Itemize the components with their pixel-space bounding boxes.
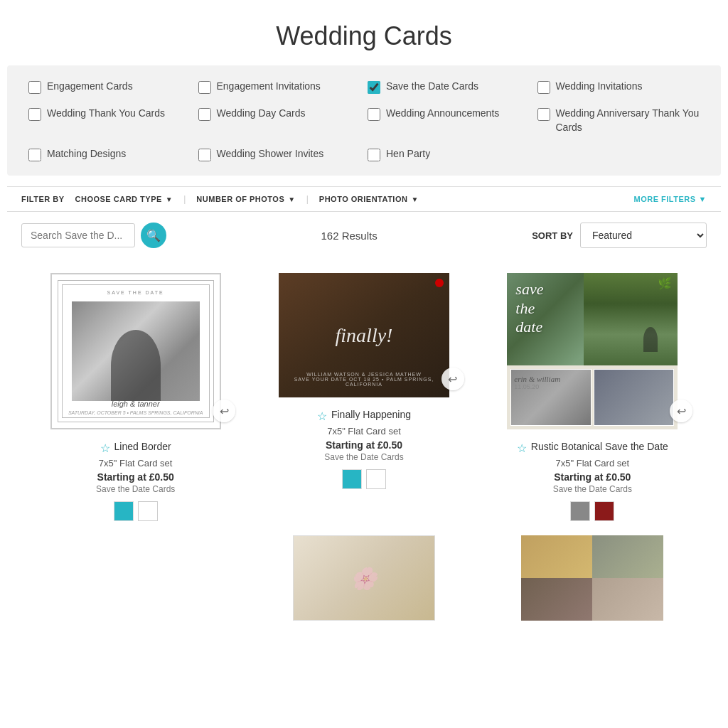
product-info-1: ☆ Lined Border 7x5" Flat Card set Starti… xyxy=(28,440,242,521)
checkbox-wedding-invitations[interactable] xyxy=(537,81,550,94)
checkbox-wedding-shower-invites[interactable] xyxy=(198,149,211,161)
search-results-bar: 🔍 162 Results SORT BY Featured Best Sell… xyxy=(7,212,721,259)
bottom-card-wrapper-1[interactable]: 🌸 xyxy=(257,535,471,621)
product-info-2: ☆ Finally Happening 7x5" Flat Card set S… xyxy=(257,408,471,489)
bottom-card-1[interactable]: 🌸 xyxy=(293,535,435,621)
label-wedding-day-cards: Wedding Day Cards xyxy=(217,107,306,121)
swatch-red-3[interactable] xyxy=(594,501,614,521)
photo-orientation-dropdown[interactable]: PHOTO ORIENTATION ▼ xyxy=(319,195,419,203)
checkbox-hen-party[interactable] xyxy=(368,149,380,161)
sort-select[interactable]: Featured Best Sellers Price: Low to High… xyxy=(580,223,707,248)
filter-item-wedding-thank-you-cards[interactable]: Wedding Thank You Cards xyxy=(28,107,191,121)
checkbox-engagement-invitations[interactable] xyxy=(198,81,211,94)
category-row-1: Engagement Cards Engagement Invitations … xyxy=(28,80,700,94)
chevron-down-icon-2: ▼ xyxy=(288,196,295,203)
bottom-card-wrapper-2[interactable] xyxy=(486,535,700,621)
number-of-photos-dropdown[interactable]: NUMBER OF PHOTOS ▼ xyxy=(196,195,295,203)
checkbox-matching-designs[interactable] xyxy=(28,149,41,161)
chevron-down-icon-3: ▼ xyxy=(411,196,418,203)
checkbox-wedding-thank-you-cards[interactable] xyxy=(28,108,41,121)
product-name-row-1: ☆ Lined Border xyxy=(28,440,242,455)
checkbox-wedding-announcements[interactable] xyxy=(368,108,380,121)
filter-item-wedding-invitations[interactable]: Wedding Invitations xyxy=(537,80,700,94)
choose-card-type-label: CHOOSE CARD TYPE xyxy=(75,195,162,203)
sort-wrapper: SORT BY Featured Best Sellers Price: Low… xyxy=(532,223,707,248)
filter-item-engagement-invitations[interactable]: Engagement Invitations xyxy=(198,80,361,94)
bottom-card-placeholder-1 xyxy=(28,535,242,621)
label-matching-designs: Matching Designs xyxy=(47,147,126,161)
checkbox-wedding-day-cards[interactable] xyxy=(198,108,211,121)
product-name-2: Finally Happening xyxy=(331,408,411,421)
bottom-photo-4 xyxy=(592,578,663,621)
color-swatches-3 xyxy=(486,501,700,521)
checkbox-save-the-date-cards[interactable] xyxy=(368,81,380,94)
bottom-card-2[interactable] xyxy=(521,535,663,621)
bottom-card-1-inner: 🌸 xyxy=(294,536,434,620)
card-preview-lined-border[interactable]: save the date leigh & tanner SATURDAY, O… xyxy=(50,273,221,429)
chevron-down-icon-4: ▼ xyxy=(699,195,707,203)
rotate-button-3[interactable]: ↩ xyxy=(670,400,692,422)
rotate-icon-1: ↩ xyxy=(220,405,229,418)
checkbox-engagement-cards[interactable] xyxy=(28,81,41,94)
product-image-wrapper-2[interactable]: finally! WILLIAM WATSON & JESSICA MATHEW… xyxy=(257,273,471,397)
number-of-photos-label: NUMBER OF PHOTOS xyxy=(196,195,284,203)
label-engagement-cards: Engagement Cards xyxy=(47,80,133,94)
bottom-photo-2 xyxy=(592,535,663,578)
filter-by-label: FILTER BY xyxy=(21,195,65,203)
label-save-the-date-cards: Save the Date Cards xyxy=(386,80,478,94)
filter-item-wedding-announcements[interactable]: Wedding Announcements xyxy=(368,107,530,121)
favorite-icon-3[interactable]: ☆ xyxy=(517,441,527,455)
filter-item-save-the-date-cards[interactable]: Save the Date Cards xyxy=(368,80,530,94)
sort-by-label: SORT BY xyxy=(532,230,573,241)
swatch-gray-3[interactable] xyxy=(570,501,590,521)
favorite-icon-2[interactable]: ☆ xyxy=(317,410,327,423)
card-save-date-label: save the date xyxy=(107,290,164,295)
label-engagement-invitations: Engagement Invitations xyxy=(217,80,321,94)
swatch-teal-2[interactable] xyxy=(342,469,362,489)
product-category-3: Save the Date Cards xyxy=(486,484,700,494)
card-preview-finally-happening[interactable]: finally! WILLIAM WATSON & JESSICA MATHEW… xyxy=(279,273,449,397)
filter-item-matching-designs[interactable]: Matching Designs xyxy=(28,147,191,161)
product-type-2: 7x5" Flat Card set xyxy=(257,426,471,437)
products-grid: save the date leigh & tanner SATURDAY, O… xyxy=(7,259,721,535)
filter-item-engagement-cards[interactable]: Engagement Cards xyxy=(28,80,191,94)
rotate-icon-3: ↩ xyxy=(677,405,686,418)
floral-icon: 🌸 xyxy=(350,566,377,591)
filter-item-wedding-day-cards[interactable]: Wedding Day Cards xyxy=(198,107,361,121)
swatch-teal-1[interactable] xyxy=(114,501,134,521)
favorite-icon-1[interactable]: ☆ xyxy=(100,441,110,455)
rotate-icon-2: ↩ xyxy=(448,373,457,386)
more-filters-button[interactable]: MORE FILTERS ▼ xyxy=(634,195,707,203)
product-image-wrapper-3[interactable]: savethedate erin & william 11.05.20 🌿 xyxy=(486,273,700,429)
card-preview-rustic-botanical[interactable]: savethedate erin & william 11.05.20 🌿 xyxy=(507,273,678,429)
filter-item-wedding-anniversary[interactable]: Wedding Anniversary Thank You Cards xyxy=(537,107,700,134)
swatch-white-2[interactable] xyxy=(366,469,386,489)
rustic-couple-name: erin & william 11.05.20 xyxy=(514,375,560,390)
swatch-white-1[interactable] xyxy=(138,501,158,521)
rustic-photo-2 xyxy=(594,369,675,426)
label-wedding-invitations: Wedding Invitations xyxy=(556,80,643,94)
product-price-3: Starting at £0.50 xyxy=(486,471,700,483)
rotate-button-1[interactable]: ↩ xyxy=(213,400,235,422)
couple-silhouette-1 xyxy=(111,330,161,401)
card-finally-photo: finally! WILLIAM WATSON & JESSICA MATHEW… xyxy=(279,273,449,397)
divider-1: | xyxy=(183,194,186,204)
divider-2: | xyxy=(306,194,309,204)
products-grid-bottom: 🌸 xyxy=(7,535,721,635)
label-wedding-anniversary: Wedding Anniversary Thank You Cards xyxy=(556,107,700,134)
product-card-rustic-botanical: savethedate erin & william 11.05.20 🌿 xyxy=(486,273,700,521)
search-button[interactable]: 🔍 xyxy=(141,223,166,248)
rotate-button-2[interactable]: ↩ xyxy=(441,368,464,390)
filter-item-hen-party[interactable]: Hen Party xyxy=(368,147,530,161)
choose-card-type-dropdown[interactable]: CHOOSE CARD TYPE ▼ xyxy=(75,195,173,203)
filter-bar: FILTER BY CHOOSE CARD TYPE ▼ | NUMBER OF… xyxy=(7,186,721,212)
product-image-wrapper-1[interactable]: save the date leigh & tanner SATURDAY, O… xyxy=(28,273,242,429)
filter-item-wedding-shower-invites[interactable]: Wedding Shower Invites xyxy=(198,147,361,161)
card-rustic-top: savethedate xyxy=(507,273,678,365)
search-input[interactable] xyxy=(21,223,135,247)
checkbox-wedding-anniversary[interactable] xyxy=(537,108,550,121)
label-hen-party: Hen Party xyxy=(386,147,430,161)
card-finally-text: finally! xyxy=(336,324,393,347)
photo-orientation-label: PHOTO ORIENTATION xyxy=(319,195,408,203)
product-name-1: Lined Border xyxy=(114,440,171,453)
